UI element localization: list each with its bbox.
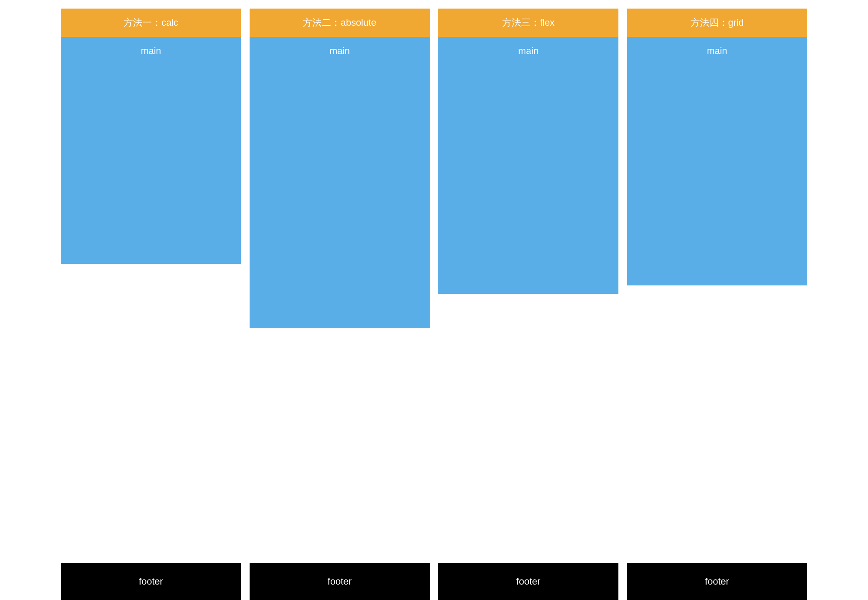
footer-grid-label: footer xyxy=(705,576,729,587)
card-grid-main: main xyxy=(627,37,807,285)
card-grid-title: 方法四：grid xyxy=(690,17,744,28)
card-absolute-main-label: main xyxy=(329,45,350,57)
card-flex-main-label: main xyxy=(518,45,539,57)
card-absolute-header: 方法二：absolute xyxy=(250,9,430,37)
card-absolute-title: 方法二：absolute xyxy=(303,17,376,28)
cards-row: 方法一：calc main 方法二：absolute main 方法三：flex… xyxy=(9,9,859,328)
card-flex-header: 方法三：flex xyxy=(438,9,618,37)
card-flex: 方法三：flex main xyxy=(438,9,618,294)
card-calc-header: 方法一：calc xyxy=(61,9,241,37)
card-absolute-main: main xyxy=(250,37,430,328)
card-calc-title: 方法一：calc xyxy=(124,17,178,28)
footer-flex-label: footer xyxy=(516,576,540,587)
card-calc-main-label: main xyxy=(141,45,161,57)
footers-row: footer footer footer footer xyxy=(9,563,859,600)
card-calc: 方法一：calc main xyxy=(61,9,241,264)
card-grid-main-label: main xyxy=(707,45,727,57)
card-calc-main: main xyxy=(61,37,241,264)
footer-absolute: footer xyxy=(250,563,430,600)
card-grid-header: 方法四：grid xyxy=(627,9,807,37)
footer-calc: footer xyxy=(61,563,241,600)
card-flex-title: 方法三：flex xyxy=(502,17,555,28)
footer-grid: footer xyxy=(627,563,807,600)
card-absolute: 方法二：absolute main xyxy=(250,9,430,328)
card-flex-main: main xyxy=(438,37,618,294)
card-grid: 方法四：grid main xyxy=(627,9,807,285)
page-wrapper: 方法一：calc main 方法二：absolute main 方法三：flex… xyxy=(0,0,868,600)
footer-absolute-label: footer xyxy=(328,576,352,587)
footer-calc-label: footer xyxy=(139,576,163,587)
footer-flex: footer xyxy=(438,563,618,600)
